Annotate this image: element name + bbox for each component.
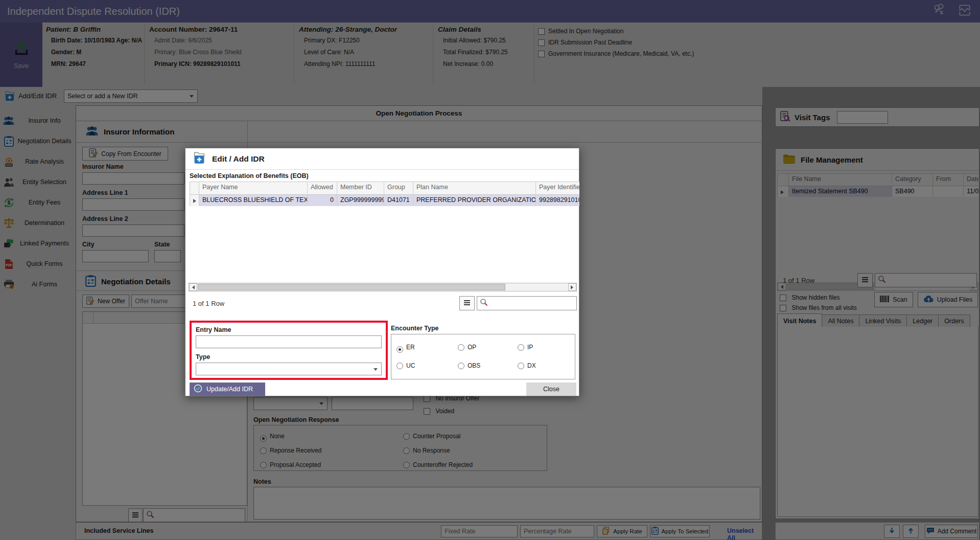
encounter-obs-radio[interactable] [458, 363, 464, 369]
encounter-dx-radio[interactable] [518, 363, 524, 369]
edit-add-idr-dialog: Edit / Add IDR Selected Explanation of B… [185, 148, 579, 396]
entry-highlight-box: Entry Name Type [190, 321, 388, 380]
encounter-uc-radio[interactable] [396, 363, 403, 369]
chevron-down-icon [374, 368, 378, 373]
entry-name-field[interactable] [196, 335, 382, 348]
encounter-op-radio[interactable] [458, 344, 464, 351]
dialog-title: Edit / Add IDR [212, 154, 265, 164]
scroll-left-icon [190, 285, 195, 289]
dialog-titlebar: Edit / Add IDR [185, 148, 579, 170]
type-combo[interactable] [196, 363, 382, 375]
type-label: Type [196, 353, 210, 361]
eob-search[interactable] [477, 296, 577, 310]
check-circle-icon [194, 384, 202, 394]
eob-label: Selected Explanation of Benefits (EOB) [190, 172, 309, 179]
folder-plus-icon [193, 152, 206, 166]
row-marker-icon [193, 199, 198, 203]
eob-hscrollbar[interactable] [189, 283, 577, 291]
encounter-ip-radio[interactable] [518, 344, 524, 351]
encounter-type-group: ER OP IP UC OBS DX [391, 334, 575, 379]
eob-row[interactable]: BLUECROSS BLUESHIELD OF TEXAS 0 ZGP99999… [190, 195, 579, 206]
scroll-right-icon [571, 285, 575, 289]
eob-menu-button[interactable] [459, 296, 475, 310]
search-icon [480, 298, 488, 308]
entry-name-label: Entry Name [196, 326, 231, 333]
encounter-type-label: Encounter Type [391, 325, 439, 332]
eob-table: Payer Name Allowed Member ID Group Plan … [190, 182, 579, 206]
close-button[interactable]: Close [526, 382, 576, 396]
update-add-idr-button[interactable]: Update/Add IDR [190, 382, 265, 396]
hamburger-icon [463, 299, 471, 308]
encounter-er-radio[interactable] [396, 346, 403, 353]
eob-row-count: 1 of 1 Row [193, 300, 224, 307]
